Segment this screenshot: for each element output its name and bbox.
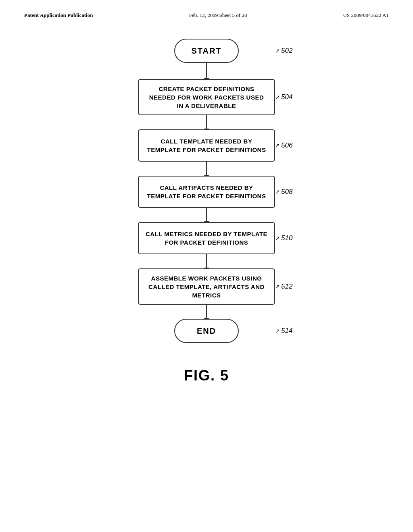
start-node: START: [174, 39, 239, 63]
node-506-container: CALL TEMPLATE NEEDED BY TEMPLATE FOR PAC…: [138, 129, 275, 162]
node-506: CALL TEMPLATE NEEDED BY TEMPLATE FOR PAC…: [138, 129, 275, 162]
header-center: Feb. 12, 2009 Sheet 5 of 28: [189, 12, 247, 19]
ref-number-512: 512: [281, 283, 292, 291]
end-label: END: [197, 326, 216, 336]
ref-number-514: 514: [281, 327, 292, 335]
node-510-label: CALL METRICS NEEDED BY TEMPLATE FOR PACK…: [145, 230, 268, 247]
ref-arrow-512: ↗: [275, 283, 280, 290]
node-512-container: ASSEMBLE WORK PACKETS USING CALLED TEMPL…: [138, 268, 275, 305]
ref-502: ↗ 502: [275, 47, 292, 55]
end-node-container: END ↗ 514: [174, 319, 239, 343]
start-label: START: [191, 46, 221, 56]
ref-number-508: 508: [281, 188, 292, 196]
node-510: CALL METRICS NEEDED BY TEMPLATE FOR PACK…: [138, 222, 275, 254]
header: Patent Application Publication Feb. 12, …: [24, 12, 389, 19]
arrow-6: [206, 305, 207, 319]
figure-caption: FIG. 5: [24, 367, 389, 384]
header-right: US 2009/0043622 A1: [343, 12, 389, 19]
start-node-container: START ↗ 502: [174, 39, 239, 63]
node-510-container: CALL METRICS NEEDED BY TEMPLATE FOR PACK…: [138, 222, 275, 254]
ref-number-504: 504: [281, 93, 292, 101]
ref-514: ↗ 514: [275, 327, 292, 335]
header-left: Patent Application Publication: [24, 12, 93, 19]
ref-arrow-502: ↗: [275, 48, 280, 54]
ref-number-510: 510: [281, 234, 292, 242]
node-512: ASSEMBLE WORK PACKETS USING CALLED TEMPL…: [138, 268, 275, 305]
node-508-label: CALL ARTIFACTS NEEDED BY TEMPLATE FOR PA…: [145, 183, 268, 200]
end-node: END: [174, 319, 239, 343]
ref-number-502: 502: [281, 47, 292, 55]
ref-number-506: 506: [281, 141, 292, 150]
page: Patent Application Publication Feb. 12, …: [0, 0, 413, 532]
arrow-4: [206, 208, 207, 222]
ref-508: ↗ 508: [275, 188, 292, 196]
arrow-2: [206, 115, 207, 129]
ref-arrow-506: ↗: [275, 142, 280, 149]
ref-arrow-510: ↗: [275, 235, 280, 241]
node-506-label: CALL TEMPLATE NEEDED BY TEMPLATE FOR PAC…: [145, 137, 268, 154]
node-508-container: CALL ARTIFACTS NEEDED BY TEMPLATE FOR PA…: [138, 176, 275, 208]
ref-arrow-508: ↗: [275, 189, 280, 195]
ref-512: ↗ 512: [275, 283, 292, 291]
ref-504: ↗ 504: [275, 93, 292, 101]
node-512-label: ASSEMBLE WORK PACKETS USING CALLED TEMPL…: [145, 274, 268, 299]
ref-arrow-504: ↗: [275, 94, 280, 100]
node-504-container: CREATE PACKET DEFINITIONS NEEDED FOR WOR…: [138, 79, 275, 115]
arrow-1: [206, 63, 207, 79]
arrow-3: [206, 162, 207, 176]
node-504-label: CREATE PACKET DEFINITIONS NEEDED FOR WOR…: [145, 85, 268, 110]
flowchart: START ↗ 502 CREATE PACKET DEFINITIONS NE…: [24, 39, 389, 343]
node-504: CREATE PACKET DEFINITIONS NEEDED FOR WOR…: [138, 79, 275, 115]
arrow-5: [206, 254, 207, 268]
ref-arrow-514: ↗: [275, 328, 280, 334]
ref-510: ↗ 510: [275, 234, 292, 242]
ref-506: ↗ 506: [275, 141, 292, 150]
node-508: CALL ARTIFACTS NEEDED BY TEMPLATE FOR PA…: [138, 176, 275, 208]
